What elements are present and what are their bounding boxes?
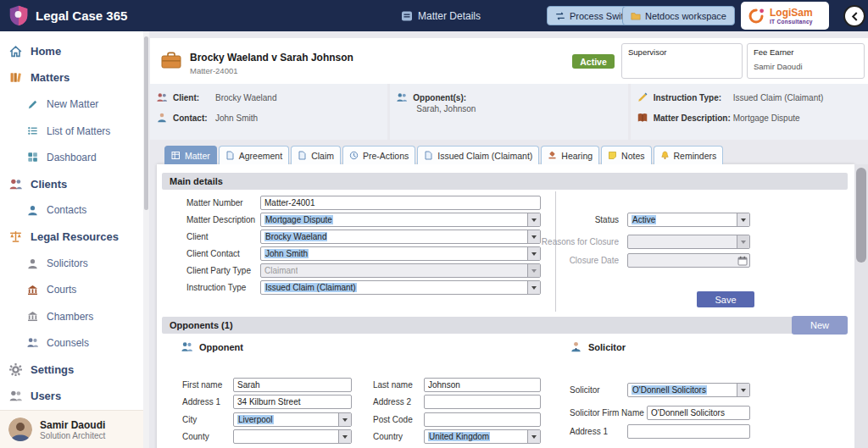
- opponents-value: Sarah, Johnson: [416, 104, 621, 113]
- netdocs-workspace-button[interactable]: Netdocs workspace: [622, 6, 735, 25]
- solicitor-heading-label: Solicitor: [588, 342, 626, 352]
- tab-label: Notes: [621, 151, 644, 161]
- user-card[interactable]: Samir Daoudi Solution Architect: [0, 410, 143, 448]
- collapse-button[interactable]: [843, 5, 865, 27]
- supervisor-label: Supervisor: [628, 47, 736, 57]
- save-button[interactable]: Save: [697, 291, 754, 307]
- country-select[interactable]: United Kingdom: [424, 429, 541, 444]
- tab-agreement[interactable]: Agreement: [219, 146, 289, 164]
- city-select[interactable]: Liverpool: [233, 412, 352, 427]
- solicitor-select[interactable]: O'Donnell Solicitors: [627, 383, 750, 397]
- tab-label: Reminders: [674, 151, 717, 161]
- solicitor-firm-name-input[interactable]: [647, 406, 750, 420]
- client-summary: Client: Brocky Waeland Contact: John Smi…: [150, 84, 387, 140]
- county-select[interactable]: [233, 429, 352, 444]
- matter-icon: [161, 52, 181, 69]
- tab-issued-claim-claimant[interactable]: Issued Claim (Claimant): [417, 146, 539, 164]
- closure-date-input: [627, 253, 750, 268]
- sidebar-item-label: Courts: [47, 284, 76, 296]
- status-select[interactable]: Active: [627, 213, 750, 227]
- tab-hearing[interactable]: Hearing: [541, 146, 599, 164]
- tab-claim[interactable]: Claim: [291, 146, 341, 164]
- main-scrollbar-thumb[interactable]: [856, 168, 866, 263]
- avatar: [8, 418, 32, 441]
- court-icon: [26, 284, 39, 296]
- sidebar-item-counsels[interactable]: Counsels: [0, 329, 143, 356]
- client-label: Client:: [173, 93, 210, 102]
- matter-tab-panel: Main details Matter Number Matter Descri…: [157, 164, 854, 448]
- new-opponent-button[interactable]: New: [792, 316, 848, 335]
- sidebar-item-clients[interactable]: Clients: [0, 170, 143, 196]
- sidebar-item-solicitors[interactable]: Solicitors: [0, 250, 143, 276]
- sidebar-item-home[interactable]: Home: [0, 38, 143, 64]
- agreement-tab-icon: [225, 151, 235, 160]
- chevron-down-icon[interactable]: [338, 413, 351, 426]
- country-value: United Kingdom: [428, 432, 490, 441]
- sidebar-item-label: Dashboard: [47, 152, 97, 163]
- brand-logo: LogiSam IT Consultancy: [741, 2, 829, 30]
- sidebar-item-users[interactable]: Users: [0, 383, 143, 409]
- sidebar-item-courts[interactable]: Courts: [0, 277, 143, 303]
- instruction-type-select[interactable]: Issued Claim (Claimant): [260, 280, 541, 295]
- counsels-icon: [26, 336, 39, 349]
- sidebar-item-matters[interactable]: Matters: [0, 64, 143, 91]
- matters-icon: [8, 70, 23, 85]
- user-role: Solution Architect: [40, 431, 105, 440]
- main-scrollbar[interactable]: [854, 164, 868, 448]
- tab-label: Hearing: [561, 151, 593, 161]
- post-code-input[interactable]: [424, 412, 541, 427]
- sidebar-item-new-matter[interactable]: New Matter: [0, 91, 143, 118]
- first-name-input[interactable]: [233, 378, 352, 392]
- address1-input[interactable]: [233, 395, 352, 409]
- column-divider: [555, 191, 556, 312]
- tab-matter[interactable]: Matter: [164, 146, 217, 164]
- last-name-label: Last name: [373, 380, 413, 390]
- solicitor-address1-label: Address 1: [570, 427, 608, 436]
- chevron-down-icon[interactable]: [737, 384, 749, 396]
- address1-label: Address 1: [182, 397, 220, 407]
- solicitor-address1-input[interactable]: [627, 424, 750, 439]
- opponents-section-header: Opponents (1): [162, 317, 848, 334]
- sidebar-item-label: Contacts: [47, 204, 86, 216]
- tab-reminders[interactable]: Reminders: [654, 146, 724, 164]
- sidebar-item-list-of-matters[interactable]: List of Matters: [0, 118, 143, 144]
- sidebar-item-label: List of Matters: [47, 125, 110, 137]
- sidebar-item-legal-resources[interactable]: Legal Resources: [0, 224, 143, 250]
- country-label: Country: [373, 432, 403, 441]
- chevron-down-icon[interactable]: [527, 430, 540, 443]
- tab-notes[interactable]: Notes: [601, 146, 651, 164]
- address2-label: Address 2: [373, 397, 411, 407]
- issued-claim-tab-icon: [424, 151, 433, 160]
- sidebar-item-settings[interactable]: Settings: [0, 357, 143, 383]
- fee-earner-box[interactable]: Fee Earner Samir Daoudi: [747, 43, 865, 79]
- opponents-summary: Opponent(s): Sarah, Johnson: [390, 84, 627, 140]
- chevron-down-icon[interactable]: [338, 430, 351, 443]
- sidebar-scrollbar[interactable]: [143, 31, 149, 448]
- chevron-down-icon[interactable]: [737, 213, 749, 226]
- sidebar-scrollbar-thumb[interactable]: [144, 36, 148, 210]
- calendar-icon: [737, 256, 748, 266]
- matter-description-icon: [637, 112, 648, 124]
- sidebar: Home Matters New Matter List of Matters …: [0, 31, 149, 448]
- scales-icon: [8, 230, 23, 244]
- sidebar-item-contacts[interactable]: Contacts: [0, 197, 143, 224]
- last-name-input[interactable]: [424, 378, 541, 392]
- supervisor-box[interactable]: Supervisor: [621, 43, 743, 79]
- status-badge: Active: [572, 54, 615, 69]
- sidebar-item-dashboard[interactable]: Dashboard: [0, 144, 143, 170]
- matter-number-input[interactable]: [260, 196, 541, 210]
- solicitor-value: O'Donnell Solicitors: [632, 385, 707, 395]
- client-party-type-select: Claimant: [260, 263, 541, 278]
- sidebar-item-chambers[interactable]: Chambers: [0, 303, 143, 329]
- chevron-down-icon[interactable]: [527, 281, 540, 294]
- app-title: Legal Case 365: [36, 0, 127, 31]
- tab-pre-actions[interactable]: Pre-Actions: [342, 146, 415, 164]
- client-party-type-value: Claimant: [264, 266, 298, 275]
- sidebar-item-label: Solicitors: [47, 257, 88, 269]
- address2-input[interactable]: [424, 395, 541, 409]
- tab-label: Claim: [311, 151, 334, 161]
- matter-title: Brocky Waeland v Sarah Johnson: [190, 52, 353, 64]
- opponents-label: Opponent(s):: [413, 93, 466, 102]
- fee-earner-label: Fee Earner: [754, 47, 858, 57]
- contact-value: John Smith: [215, 113, 258, 123]
